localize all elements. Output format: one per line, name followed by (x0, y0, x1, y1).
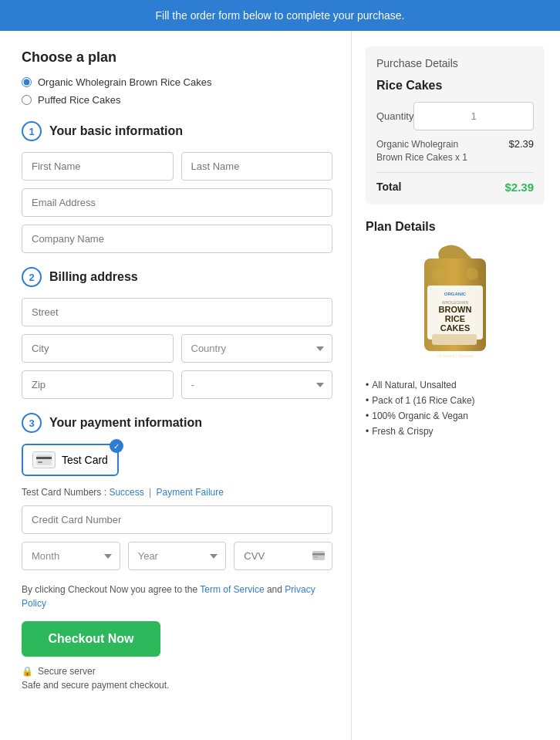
svg-point-16 (432, 268, 444, 280)
plan-radio-puffed[interactable] (22, 95, 32, 105)
purchase-details-title: Purchase Details (376, 57, 534, 69)
year-select[interactable]: Year 2024 2025 2026 2027 (128, 542, 227, 570)
total-price: $2.39 (504, 181, 534, 194)
banner-text: Fill the order form below to complete yo… (156, 9, 405, 22)
product-image: ORGANIC WHOLEGRAIN BROWN RICE CAKES All … (409, 243, 501, 367)
check-badge: ✓ (110, 439, 123, 453)
cvv-card-icon (312, 550, 325, 563)
lock-icon: 🔒 (22, 666, 33, 677)
svg-rect-3 (312, 551, 325, 560)
payment-step: 3 (22, 413, 42, 433)
first-name-field (22, 152, 174, 181)
secure-label: Secure server (38, 666, 96, 677)
total-label: Total (376, 181, 401, 193)
safe-text: Safe and secure payment checkout. (22, 680, 332, 691)
top-banner: Fill the order form below to complete yo… (0, 0, 560, 31)
checkout-button[interactable]: Checkout Now (22, 621, 160, 657)
first-name-input[interactable] (22, 152, 174, 181)
city-country-row: Country United States United Kingdom Can… (22, 334, 332, 363)
country-field: Country United States United Kingdom Can… (181, 334, 333, 363)
city-field (22, 334, 174, 363)
billing-header: 2 Billing address (22, 267, 332, 287)
svg-rect-2 (38, 461, 42, 463)
test-card-option[interactable]: Test Card ✓ (22, 444, 119, 476)
card-icon (36, 454, 52, 465)
basic-info-header: 1 Your basic information (22, 121, 332, 141)
test-card-label: Test Card (62, 454, 108, 466)
payment-title: Your payment information (49, 416, 202, 430)
cc-row (22, 505, 332, 534)
feature-3: 100% Organic & Vegan (366, 411, 545, 421)
city-input[interactable] (22, 334, 174, 363)
email-row (22, 188, 332, 217)
item-name: Organic WholegrainBrown Rice Cakes x 1 (376, 138, 467, 164)
terms-text: By clicking Checkout Now you agree to th… (22, 583, 332, 610)
svg-text:RICE: RICE (445, 314, 465, 323)
company-input[interactable] (22, 225, 332, 253)
svg-text:ORGANIC: ORGANIC (444, 292, 467, 296)
month-field: Month 01 02 03 04 05 06 07 08 09 10 11 1… (22, 542, 120, 570)
expiry-row: Month 01 02 03 04 05 06 07 08 09 10 11 1… (22, 542, 332, 570)
state-select[interactable]: - (181, 370, 333, 399)
test-card-numbers: Test Card Numbers : Success | Payment Fa… (22, 487, 332, 498)
total-row: Total $2.39 (376, 181, 534, 194)
svg-point-17 (466, 268, 478, 280)
terms-middle: and (265, 584, 285, 595)
street-input[interactable] (22, 298, 332, 326)
quantity-label: Quantity (376, 110, 413, 122)
cvv-wrapper (234, 542, 332, 570)
purchase-details-box: Purchase Details Rice Cakes Quantity Org… (366, 46, 545, 204)
zip-state-row: - (22, 370, 332, 399)
last-name-input[interactable] (181, 152, 333, 181)
left-panel: Choose a plan Organic Wholegrain Brown R… (0, 31, 352, 740)
svg-rect-4 (312, 553, 325, 556)
svg-rect-0 (36, 454, 52, 465)
billing-title: Billing address (49, 270, 138, 284)
month-select[interactable]: Month 01 02 03 04 05 06 07 08 09 10 11 1… (22, 542, 120, 570)
success-link[interactable]: Success (109, 487, 143, 498)
product-features: All Natural, Unsalted Pack of 1 (16 Rice… (366, 380, 545, 437)
company-row (22, 225, 332, 253)
item-row: Organic WholegrainBrown Rice Cakes x 1 $… (376, 138, 534, 173)
plan-section: Choose a plan Organic Wholegrain Brown R… (22, 49, 332, 106)
quantity-row: Quantity (376, 102, 534, 130)
tos-link[interactable]: Term of Service (200, 584, 264, 595)
failure-link[interactable]: Payment Failure (157, 487, 224, 498)
svg-text:All Natural | Unsalted: All Natural | Unsalted (437, 353, 474, 358)
svg-rect-14 (432, 334, 477, 345)
checkout-button-label: Checkout Now (48, 632, 133, 645)
svg-rect-1 (36, 457, 52, 459)
plan-section-title: Choose a plan (22, 49, 332, 66)
product-name: Rice Cakes (376, 79, 534, 93)
street-row (22, 298, 332, 326)
svg-text:CAKES: CAKES (440, 323, 471, 333)
name-row (22, 152, 332, 181)
item-price: $2.39 (508, 138, 534, 150)
feature-1: All Natural, Unsalted (366, 380, 545, 390)
plan-option-puffed[interactable]: Puffed Rice Cakes (22, 94, 332, 106)
plan-option-organic-label: Organic Wholegrain Brown Rice Cakes (38, 76, 211, 88)
svg-rect-5 (314, 556, 318, 558)
email-input[interactable] (22, 188, 332, 217)
terms-before: By clicking Checkout Now you agree to th… (22, 584, 200, 595)
quantity-input[interactable] (413, 102, 534, 130)
card-icon-box (32, 451, 56, 468)
separator: | (149, 487, 151, 498)
right-panel: Purchase Details Rice Cakes Quantity Org… (352, 31, 560, 740)
svg-text:BROWN: BROWN (439, 305, 472, 314)
last-name-field (181, 152, 333, 181)
plan-details-title: Plan Details (366, 220, 545, 234)
feature-4: Fresh & Crispy (366, 426, 545, 437)
main-container: Choose a plan Organic Wholegrain Brown R… (0, 31, 560, 740)
payment-header: 3 Your payment information (22, 413, 332, 433)
country-select[interactable]: Country United States United Kingdom Can… (181, 334, 333, 363)
zip-field (22, 370, 174, 399)
test-card-prefix: Test Card Numbers : (22, 487, 109, 498)
zip-input[interactable] (22, 370, 174, 399)
year-field: Year 2024 2025 2026 2027 (128, 542, 227, 570)
plan-option-organic[interactable]: Organic Wholegrain Brown Rice Cakes (22, 76, 332, 88)
state-field: - (181, 370, 333, 399)
cc-input[interactable] (22, 505, 332, 534)
basic-info-title: Your basic information (49, 124, 183, 138)
plan-radio-organic[interactable] (22, 77, 32, 87)
